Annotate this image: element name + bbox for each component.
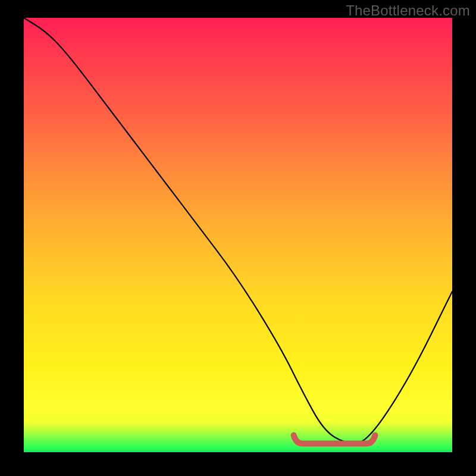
watermark: TheBottleneck.com <box>346 2 470 19</box>
chart-overlay <box>24 18 452 452</box>
chart-frame: TheBottleneck.com <box>0 0 476 476</box>
plot-area <box>24 18 452 452</box>
bottleneck-curve <box>24 18 452 443</box>
